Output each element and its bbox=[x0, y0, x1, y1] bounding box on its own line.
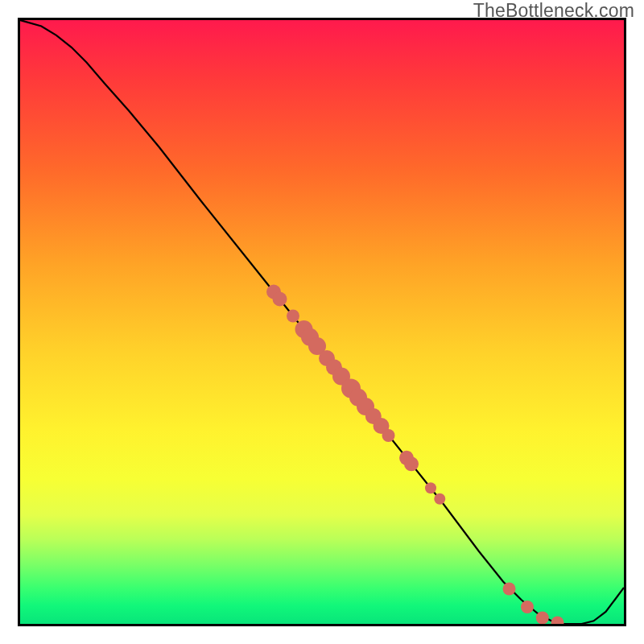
chart-frame: TheBottleneck.com bbox=[0, 0, 644, 644]
data-point bbox=[503, 583, 516, 596]
data-point bbox=[425, 482, 436, 493]
data-point bbox=[536, 612, 549, 625]
data-points bbox=[266, 285, 564, 625]
data-point bbox=[521, 601, 534, 613]
data-point bbox=[551, 617, 564, 625]
data-point bbox=[382, 429, 395, 442]
data-point bbox=[287, 310, 299, 323]
data-point bbox=[434, 493, 445, 505]
data-point bbox=[273, 292, 287, 307]
bottleneck-curve bbox=[20, 20, 624, 624]
plot-area bbox=[18, 18, 626, 626]
data-point bbox=[404, 456, 419, 471]
chart-svg bbox=[20, 20, 624, 624]
